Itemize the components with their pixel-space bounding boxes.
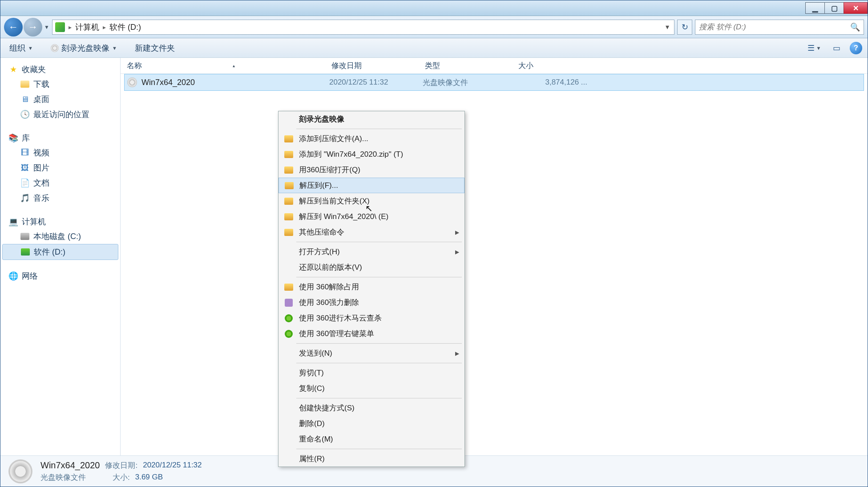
sidebar-recent[interactable]: 🕓 最近访问的位置: [2, 107, 118, 122]
ctx-label: 还原以前的版本(V): [299, 262, 362, 272]
ctx-360-unlock[interactable]: 使用 360解除占用: [279, 279, 464, 295]
sidebar-downloads[interactable]: 下载: [2, 77, 118, 92]
ctx-label: 解压到当前文件夹(X): [299, 196, 370, 206]
search-icon[interactable]: 🔍: [850, 22, 860, 32]
burn-label: 刻录光盘映像: [61, 43, 109, 53]
360-icon: [284, 298, 294, 308]
sidebar-drive-c[interactable]: 本地磁盘 (C:): [2, 229, 118, 244]
ctx-label: 打开方式(H): [299, 247, 340, 257]
ctx-delete[interactable]: 删除(D): [279, 416, 464, 431]
archive-icon: [284, 196, 294, 206]
sidebar-music[interactable]: 🎵 音乐: [2, 191, 118, 206]
360-icon: [284, 282, 294, 292]
ctx-extract-here[interactable]: 解压到当前文件夹(X): [279, 193, 464, 209]
separator: [296, 398, 462, 398]
address-bar[interactable]: ▸ 计算机 ▸ 软件 (D:) ▾: [52, 20, 674, 35]
ctx-extract-to-folder[interactable]: 解压到 Win7x64_2020\ (E): [279, 209, 464, 224]
submenu-arrow-icon: ▶: [455, 350, 459, 357]
ctx-properties[interactable]: 属性(R): [279, 451, 464, 467]
column-type[interactable]: 类型: [425, 61, 518, 71]
ctx-open-with-360zip[interactable]: 用360压缩打开(Q): [279, 162, 464, 178]
sidebar-videos[interactable]: 🎞 视频: [2, 145, 118, 160]
close-button[interactable]: [844, 2, 868, 14]
column-date[interactable]: 修改日期: [331, 61, 425, 71]
network-icon: 🌐: [8, 271, 18, 281]
archive-icon: [284, 212, 294, 222]
breadcrumb-computer[interactable]: 计算机: [75, 22, 99, 32]
ctx-add-to-zip[interactable]: 添加到 "Win7x64_2020.zip" (T): [279, 146, 464, 162]
preview-pane-button[interactable]: ▭: [828, 41, 845, 55]
help-button[interactable]: ?: [850, 42, 862, 54]
ctx-360-trojan-scan[interactable]: 使用 360进行木马云查杀: [279, 310, 464, 326]
ctx-add-to-archive[interactable]: 添加到压缩文件(A)...: [279, 131, 464, 146]
ctx-label: 解压到(F)...: [299, 180, 338, 191]
minimize-button[interactable]: [805, 2, 825, 14]
new-folder-button[interactable]: 新建文件夹: [131, 41, 178, 55]
column-size[interactable]: 大小: [518, 61, 589, 71]
ctx-open-with[interactable]: 打开方式(H)▶: [279, 244, 464, 260]
view-mode-button[interactable]: ☰▼: [805, 41, 823, 55]
separator: [296, 129, 462, 129]
archive-icon: [284, 150, 294, 159]
title-bar: [0, 0, 868, 16]
nav-history-dropdown[interactable]: ▼: [44, 24, 49, 30]
document-icon: 📄: [20, 178, 30, 188]
sidebar-item-label: 视频: [33, 147, 49, 158]
refresh-button[interactable]: ↻: [677, 20, 692, 35]
favorites-group: ★ 收藏夹 下载 🖥 桌面 🕓 最近访问的位置: [2, 62, 118, 122]
library-icon: 📚: [8, 133, 18, 143]
sidebar-desktop[interactable]: 🖥 桌面: [2, 92, 118, 107]
ctx-label: 使用 360强力删除: [299, 297, 359, 308]
ctx-send-to[interactable]: 发送到(N)▶: [279, 345, 464, 361]
ctx-restore-previous[interactable]: 还原以前的版本(V): [279, 260, 464, 275]
breadcrumb-drive[interactable]: 软件 (D:): [109, 22, 141, 32]
sidebar-item-label: 下载: [33, 79, 49, 89]
sidebar-computer[interactable]: 💻 计算机: [2, 215, 118, 229]
address-dropdown[interactable]: ▾: [663, 23, 671, 31]
ctx-label: 其他压缩命令: [299, 227, 344, 237]
ctx-extract-to[interactable]: 解压到(F)...: [279, 178, 464, 193]
sidebar-libraries[interactable]: 📚 库: [2, 131, 118, 145]
organize-button[interactable]: 组织 ▼: [6, 41, 36, 55]
360-icon: [284, 313, 294, 323]
ctx-label: 使用 360解除占用: [299, 282, 359, 292]
hdd-icon: [20, 247, 30, 257]
chevron-icon[interactable]: ▸: [103, 24, 106, 31]
ctx-cut[interactable]: 剪切(T): [279, 365, 464, 381]
status-date-label: 修改日期:: [105, 460, 137, 471]
computer-group: 💻 计算机 本地磁盘 (C:) 软件 (D:): [2, 215, 118, 260]
ctx-label: 用360压缩打开(Q): [299, 165, 360, 175]
360-icon: [284, 329, 294, 339]
sidebar-pictures[interactable]: 🖼 图片: [2, 160, 118, 175]
ctx-burn-disc-image[interactable]: 刻录光盘映像: [279, 111, 464, 127]
column-label: 修改日期: [331, 61, 362, 71]
sidebar-documents[interactable]: 📄 文档: [2, 175, 118, 191]
ctx-other-compress[interactable]: 其他压缩命令▶: [279, 224, 464, 240]
image-icon: 🖼: [20, 163, 30, 173]
chevron-icon[interactable]: ▸: [69, 24, 72, 31]
ctx-label: 复制(C): [299, 383, 325, 394]
ctx-label: 删除(D): [299, 418, 325, 429]
toolbar-right: ☰▼ ▭ ?: [805, 41, 862, 55]
back-button[interactable]: ←: [4, 18, 23, 37]
column-name[interactable]: 名称 ▴: [127, 61, 331, 71]
sidebar-favorites[interactable]: ★ 收藏夹: [2, 62, 118, 77]
status-size-value: 3.69 GB: [135, 473, 163, 482]
ctx-copy[interactable]: 复制(C): [279, 381, 464, 396]
ctx-rename[interactable]: 重命名(M): [279, 431, 464, 447]
burn-disc-image-button[interactable]: 刻录光盘映像 ▼: [47, 41, 121, 55]
search-bar[interactable]: 🔍: [695, 20, 864, 35]
ctx-360-manage-menu[interactable]: 使用 360管理右键菜单: [279, 326, 464, 341]
search-input[interactable]: [699, 23, 850, 32]
computer-icon: 💻: [8, 217, 18, 227]
sidebar-network[interactable]: 🌐 网络: [2, 269, 118, 283]
maximize-button[interactable]: [824, 2, 844, 14]
forward-button[interactable]: →: [24, 18, 42, 37]
ctx-create-shortcut[interactable]: 创建快捷方式(S): [279, 400, 464, 416]
file-row[interactable]: Win7x64_2020 2020/12/25 11:32 光盘映像文件 3,8…: [124, 74, 864, 91]
ctx-360-force-delete[interactable]: 使用 360强力删除: [279, 295, 464, 310]
drive-icon: [55, 22, 65, 32]
sidebar-drive-d[interactable]: 软件 (D:): [2, 244, 118, 260]
sort-indicator-icon: ▴: [233, 63, 235, 68]
ctx-label: 发送到(N): [299, 348, 332, 358]
